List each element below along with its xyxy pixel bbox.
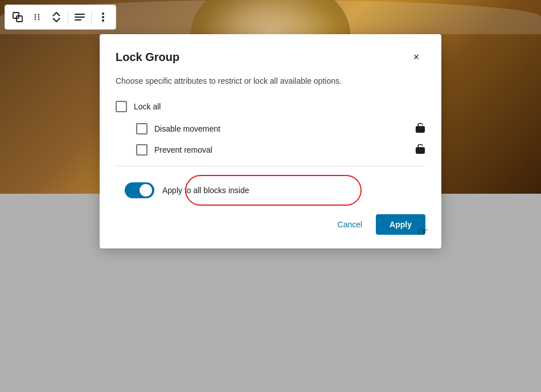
prevent-removal-label: Prevent removal	[154, 145, 212, 154]
apply-to-all-row: Apply to all blocks inside	[116, 175, 425, 205]
modal-close-button[interactable]: ×	[407, 48, 425, 66]
lock-open-icon-1	[415, 121, 425, 136]
lock-all-label: Lock all	[134, 102, 161, 111]
modal-overlay: Lock Group × Choose specific attributes …	[0, 0, 541, 392]
cancel-button[interactable]: Cancel	[331, 215, 370, 234]
modal-divider	[116, 166, 425, 166]
modal-footer: Cancel Apply ☞	[116, 210, 425, 235]
disable-movement-row: Disable movement	[116, 121, 425, 136]
disable-movement-label: Disable movement	[154, 124, 220, 133]
modal-header: Lock Group ×	[116, 48, 425, 66]
modal-title: Lock Group	[116, 51, 179, 64]
prevent-removal-checkbox[interactable]	[136, 144, 147, 156]
apply-to-all-toggle[interactable]	[125, 182, 154, 198]
disable-movement-checkbox[interactable]	[136, 123, 147, 134]
lock-group-modal: Lock Group × Choose specific attributes …	[100, 34, 441, 248]
lock-all-row: Lock all	[116, 101, 425, 112]
prevent-removal-row: Prevent removal	[116, 142, 425, 157]
lock-all-checkbox[interactable]	[116, 101, 127, 112]
apply-button[interactable]: Apply	[376, 214, 425, 235]
apply-to-all-label: Apply to all blocks inside	[162, 186, 249, 195]
modal-description: Choose specific attributes to restrict o…	[116, 75, 425, 87]
svg-rect-14	[416, 126, 425, 132]
svg-rect-15	[416, 148, 425, 153]
lock-open-icon-2	[415, 142, 425, 157]
